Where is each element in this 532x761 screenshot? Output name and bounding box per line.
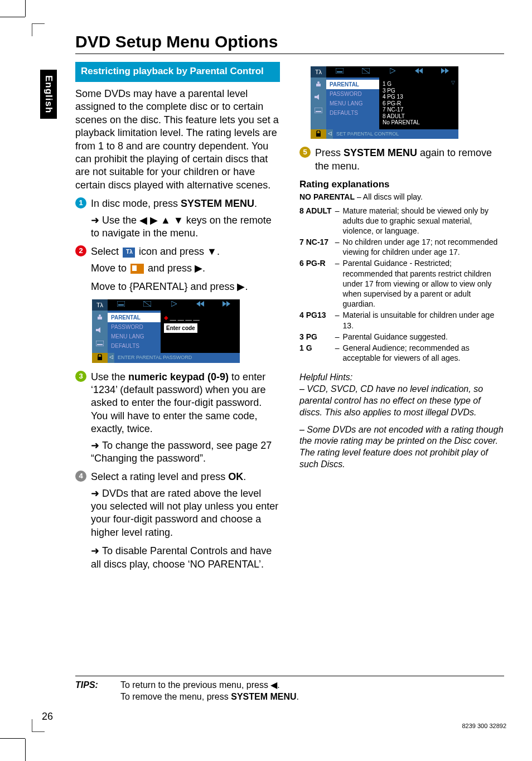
svg-marker-21 <box>419 68 423 74</box>
ui-val: 7 NC-17 <box>383 106 455 113</box>
ui-tab-aspect-icon <box>352 66 379 77</box>
ui-screenshot-1: Tλ PARENTAL PASSWORD <box>92 299 280 363</box>
ui-val: 4 PG 13 <box>383 94 455 100</box>
step-3-badge: 3 <box>75 371 86 382</box>
ui-screenshot-2: Tλ PARENTAL PASSWORD <box>311 66 504 139</box>
ui-val: 8 ADULT <box>383 113 455 120</box>
page-title: DVD Setup Menu Options <box>75 31 504 54</box>
ui-tab-play-icon <box>379 66 405 77</box>
svg-rect-13 <box>97 344 103 345</box>
step-4-text: Select a rating level and press OK. <box>91 471 280 483</box>
svg-rect-16 <box>337 71 342 72</box>
ui-menu-menulang: MENU LANG <box>108 332 161 341</box>
ui-tab-play-icon <box>161 299 187 311</box>
step-1-note: ➜ Use the ◀ ▶ ▲ ▼ keys on the remote to … <box>91 214 280 240</box>
svg-marker-22 <box>441 68 445 74</box>
svg-rect-14 <box>98 357 102 360</box>
svg-marker-20 <box>415 68 419 74</box>
step-5-badge: 5 <box>299 147 311 158</box>
svg-rect-29 <box>316 133 321 137</box>
crop-mark <box>25 0 26 17</box>
svg-point-9 <box>99 314 101 317</box>
ui-tab-tlambda-icon: Tλ <box>92 299 108 311</box>
ui-triangle-icon: ◁ <box>326 129 333 139</box>
svg-rect-10 <box>98 317 102 319</box>
ui-menu-parental: PARENTAL <box>108 313 161 322</box>
hints-heading: Helpful Hints: <box>299 372 504 384</box>
ui-value-dashes: __ __ __ __ <box>170 314 200 321</box>
ui-menu-parental: PARENTAL <box>326 80 379 89</box>
ratings-none: NO PARENTAL – All discs will play. <box>299 192 504 202</box>
ui-menu-menulang: MENU LANG <box>326 99 379 108</box>
step-3-text: Use the numeric keypad (0-9) to enter ‘1… <box>91 371 280 436</box>
ui-val: 6 PG-R <box>383 100 455 107</box>
svg-rect-12 <box>96 341 104 346</box>
ui-icon-speaker <box>315 94 322 100</box>
orange-tab-icon <box>130 264 144 274</box>
ui-lock-icon <box>311 129 326 139</box>
hints-2: – Some DVDs are not encoded with a ratin… <box>299 424 504 471</box>
ui-menu-defaults: DEFAULTS <box>108 341 161 351</box>
ui-menu-password: PASSWORD <box>326 89 379 99</box>
ui-tab-fwd-icon <box>432 66 458 77</box>
section-heading: Restricting playback by Parental Control <box>75 62 280 82</box>
hints-1: – VCD, SVCD, CD have no level indication… <box>299 384 504 418</box>
ui-menu-password: PASSWORD <box>108 322 161 332</box>
step-2-note-a: Move to and press ▶. <box>91 262 280 275</box>
crop-mark <box>0 738 25 739</box>
language-tab: English <box>40 70 57 119</box>
svg-rect-27 <box>315 108 322 113</box>
ui-footer-label: ENTER PARENTAL PASSWORD <box>114 353 240 363</box>
svg-rect-0 <box>117 301 125 307</box>
ui-tab-aspect-icon <box>134 299 160 311</box>
ui-icon-person <box>96 314 104 319</box>
ratings-table: 8 ADULT–Mature material; should be viewe… <box>299 206 504 365</box>
step-4-note-b: ➜ To disable Parental Controls and have … <box>91 545 280 571</box>
footer-code: 8239 300 32892 <box>462 722 506 730</box>
svg-marker-26 <box>315 94 319 100</box>
ui-footer-label: SET PARENTAL CONTROL <box>333 129 458 139</box>
ui-val: 1 G <box>383 81 455 88</box>
ui-tab-subtitle-icon <box>326 66 352 77</box>
page-number: 26 <box>42 710 53 723</box>
ui-tab-subtitle-icon <box>108 299 134 311</box>
svg-marker-5 <box>196 301 200 307</box>
ratings-heading: Rating explanations <box>299 178 504 191</box>
svg-rect-15 <box>336 68 344 74</box>
ui-value-entercode: Enter code <box>164 323 197 333</box>
ui-icon-person <box>315 81 322 86</box>
svg-marker-23 <box>445 68 449 74</box>
svg-line-3 <box>143 301 151 307</box>
tips-label: TIPS: <box>75 680 98 703</box>
step-2-text: Select Tλ icon and press ▼. <box>91 245 280 258</box>
ui-menu-defaults: DEFAULTS <box>326 108 379 118</box>
step-2-note-b: Move to {PARENTAL} and press ▶. <box>91 280 280 293</box>
ui-triangle-icon: ◁ <box>108 353 114 363</box>
svg-marker-4 <box>171 301 177 307</box>
svg-marker-11 <box>96 327 100 333</box>
ui-tab-rew-icon <box>187 299 213 311</box>
ui-icon-subtitle <box>315 108 322 113</box>
step-1-text: In disc mode, press SYSTEM MENU. <box>91 197 280 210</box>
crop-mark <box>25 739 26 761</box>
tlambda-icon: Tλ <box>123 248 135 258</box>
step-4-note-a: ➜ DVDs that are rated above the level yo… <box>91 487 280 540</box>
tips-body: To return to the previous menu, press ◀.… <box>120 680 299 703</box>
svg-marker-6 <box>200 301 204 307</box>
ui-cursor-icon: ◆ <box>164 314 168 321</box>
svg-marker-7 <box>223 301 226 307</box>
svg-rect-28 <box>316 111 321 112</box>
svg-point-24 <box>317 81 320 84</box>
ui-val: 3 PG <box>383 88 455 94</box>
ui-tab-fwd-icon <box>214 299 240 311</box>
ui-tab-rew-icon <box>405 66 432 77</box>
svg-rect-25 <box>316 84 321 86</box>
step-4-badge: 4 <box>75 471 86 482</box>
ui-tab-tlambda-icon: Tλ <box>311 66 326 77</box>
ui-scroll-down-icon: ▽ <box>451 80 455 85</box>
step-3-note: ➜ To change the password, see page 27 “C… <box>91 439 280 466</box>
svg-rect-1 <box>118 304 124 306</box>
intro-text: Some DVDs may have a parental level assi… <box>75 88 280 192</box>
ui-icon-subtitle <box>96 341 104 346</box>
step-5-text: Press SYSTEM MENU again to remove the me… <box>315 147 504 173</box>
